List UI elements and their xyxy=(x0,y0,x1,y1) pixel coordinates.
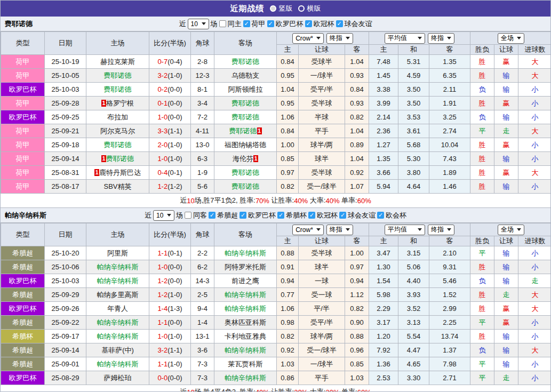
league-badge: 希腊杯 xyxy=(1,330,45,343)
corners-cell: 4-11 xyxy=(191,124,214,138)
league-checkbox[interactable]: ✓ xyxy=(339,212,346,219)
avg-odds-cell: 3.13 xyxy=(398,316,429,330)
col-avg-home: 主 xyxy=(369,45,398,55)
avg-odds-cell: 1.35 xyxy=(429,55,470,69)
avg-odds-cell: 4.65 xyxy=(398,357,429,371)
result-cell: 输 xyxy=(494,260,518,274)
avg-odds-cell: 2.36 xyxy=(369,124,398,138)
result-cell: 小 xyxy=(518,330,551,343)
games-label: 场 xyxy=(211,19,218,29)
league-checkbox[interactable]: ✓ xyxy=(239,212,246,219)
avg-odds-cell: 1.45 xyxy=(369,69,398,83)
team-label: 帕纳辛纳科斯 xyxy=(97,318,139,326)
result-cell: 胜 xyxy=(470,138,494,152)
average-select[interactable]: 平均值 xyxy=(385,33,425,44)
match-date: 25-09-25 xyxy=(45,110,86,124)
avg-odds-cell: 3.50 xyxy=(398,83,429,97)
avg-odds-cell: 3.53 xyxy=(398,110,429,124)
avg-odds-cell: 5.98 xyxy=(369,288,398,302)
league-checkbox-label[interactable]: 球会友谊 xyxy=(345,19,372,29)
league-badge: 荷甲 xyxy=(1,124,45,138)
odds-cell: 1.03 xyxy=(277,357,299,371)
match-row: 希腊杯25-09-17帕纳辛纳科斯1-0(1-0)13-1卡利地亚雅典0.82球… xyxy=(1,330,551,343)
result-cell: 输 xyxy=(494,246,518,260)
league-checkbox-label[interactable]: 欧冠杯 xyxy=(317,211,338,220)
match-row: 希腊超25-09-01帕纳辛纳科斯1-1(1-0)7-3莱瓦贾科斯1.03一/球… xyxy=(1,357,551,371)
league-checkbox[interactable]: ✓ xyxy=(243,20,250,27)
match-date: 25-09-14 xyxy=(45,152,86,166)
league-checkbox-label[interactable]: 欧罗巴杯 xyxy=(276,19,304,29)
chevron-down-icon xyxy=(167,214,171,217)
result-cell: 胜 xyxy=(470,330,494,343)
col-away: 客场 xyxy=(214,223,277,246)
avg-odds-cell: 2.14 xyxy=(369,110,398,124)
handicap-cell: 球半/两 xyxy=(299,138,345,152)
full-match-select[interactable]: 全场 xyxy=(498,33,524,44)
odds-cell: 0.88 xyxy=(345,330,369,343)
league-checkbox-label[interactable]: 希腊杯 xyxy=(286,211,307,220)
result-cell: 胜 xyxy=(470,97,494,110)
team-cell: 1费耶诺德 xyxy=(86,152,149,166)
team-cell: 阿特罗米托斯 xyxy=(214,260,277,274)
odds-cell: 0.88 xyxy=(277,246,299,260)
league-checkbox[interactable]: ✓ xyxy=(209,212,215,219)
score-cell: 1-0(1-0) xyxy=(149,330,191,343)
league-checkbox-label[interactable]: 欧罗巴杯 xyxy=(248,211,276,220)
team-cell: 帕纳辛纳科斯 xyxy=(86,274,149,288)
avg-odds-cell: 3.15 xyxy=(398,246,429,260)
league-checkbox-label[interactable]: 球会友谊 xyxy=(348,211,376,220)
same-venue-checkbox[interactable] xyxy=(185,212,191,219)
avg-odds-cell: 3.52 xyxy=(398,302,429,316)
result-cell: 小 xyxy=(518,97,551,110)
same-venue-checkbox[interactable] xyxy=(219,20,226,27)
radio-vertical-layout[interactable]: 竖版 xyxy=(270,4,293,13)
games-count-select[interactable]: 10 xyxy=(188,19,209,29)
league-checkbox[interactable]: ✓ xyxy=(267,20,274,27)
average-select[interactable]: 平均值 xyxy=(385,225,425,235)
result-cell: 小 xyxy=(518,180,551,194)
league-checkbox[interactable]: ✓ xyxy=(308,212,315,219)
bookmaker-select[interactable]: Crow* xyxy=(292,33,324,44)
result-cell: 输 xyxy=(494,274,518,288)
league-checkbox[interactable]: ✓ xyxy=(277,212,284,219)
odds-group-header: Crow* 终指 xyxy=(277,32,369,45)
match-date: 25-08-29 xyxy=(45,371,86,385)
league-checkbox-label[interactable]: 欧冠杯 xyxy=(314,19,334,29)
league-badge: 希腊超 xyxy=(1,260,45,274)
games-count-select[interactable]: 10 xyxy=(153,210,174,221)
match-row: 希腊超25-09-22帕纳辛纳科斯1-1(0-0)1-4奥林匹亚科斯0.98受平… xyxy=(1,316,551,330)
final-odds-select-2[interactable]: 终指 xyxy=(428,225,454,235)
odds-cell: 1.04 xyxy=(277,83,299,97)
final-odds-select-1[interactable]: 终指 xyxy=(326,225,353,235)
league-checkbox-label[interactable]: 希腊超 xyxy=(217,211,238,220)
full-match-select[interactable]: 全场 xyxy=(498,225,524,235)
summary-segment: 大率: xyxy=(308,387,325,392)
team-cell: 奥林匹亚科斯 xyxy=(214,316,277,330)
odds-cell: 0.94 xyxy=(345,274,369,288)
final-odds-select-2[interactable]: 终指 xyxy=(428,33,454,44)
league-checkbox-label[interactable]: 欧会杯 xyxy=(386,211,406,220)
avg-odds-cell: 1.30 xyxy=(369,260,398,274)
match-row: 荷甲25-09-281格罗宁根0-1(0-0)3-4费耶诺德0.95受半球0.9… xyxy=(1,97,551,110)
league-checkbox-label[interactable]: 荷甲 xyxy=(252,19,266,29)
avg-odds-cell: 4.59 xyxy=(398,69,429,83)
summary-stats: 近10场,胜4平4负2, 胜率:40% 让胜率:20% 大率:30% 单率:60… xyxy=(1,385,550,392)
score-cell: 1-0(1-0) xyxy=(149,152,191,166)
avg-odds-cell: 5.06 xyxy=(398,260,429,274)
team-label: 费耶诺德 xyxy=(104,141,132,149)
final-odds-select-1[interactable]: 终指 xyxy=(326,33,353,44)
corners-cell: 3-4 xyxy=(191,97,214,110)
league-checkbox[interactable]: ✓ xyxy=(305,20,312,27)
league-checkbox[interactable]: ✓ xyxy=(336,20,343,27)
avg-odds-cell: 3.25 xyxy=(429,110,470,124)
score-cell: 3-2(1-0) xyxy=(149,69,191,83)
odds-cell: 1.07 xyxy=(345,180,369,194)
score-cell: 1-2(0-0) xyxy=(149,274,191,288)
team-cell: 帕纳辛纳科斯 xyxy=(86,330,149,343)
col-away: 客场 xyxy=(214,32,277,55)
radio-horizontal-layout[interactable]: 横版 xyxy=(298,4,321,13)
filter-controls: 近10场同主✓荷甲✓欧罗巴杯✓欧冠杯✓球会友谊 xyxy=(179,19,372,29)
bookmaker-select[interactable]: Crow* xyxy=(292,225,324,235)
team-label: 前进之鹰 xyxy=(231,277,259,285)
league-checkbox[interactable]: ✓ xyxy=(377,212,384,219)
